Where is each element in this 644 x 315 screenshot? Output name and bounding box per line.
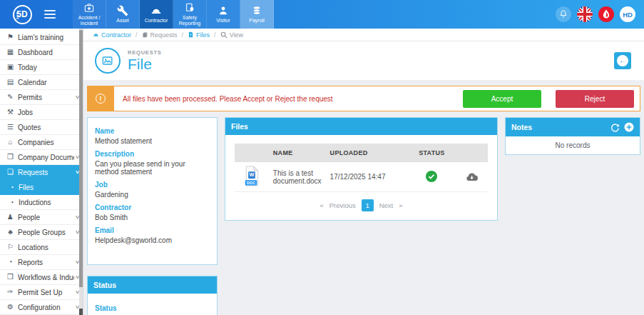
notes-empty-text: No records	[506, 136, 640, 154]
status-panel-header: Status	[88, 276, 217, 294]
tab-asset[interactable]: Asset	[106, 0, 140, 29]
person-icon	[218, 5, 229, 16]
sidebar-item-permit-set-up[interactable]: ✑ Permit Set Up ∨	[0, 285, 83, 300]
field-label: Description	[95, 150, 210, 158]
field-label: Job	[95, 181, 210, 189]
top-navigation-bar: SGW 5D Accident / Incident Asset Contrac	[0, 0, 644, 29]
file-name[interactable]: This is a test document.docx	[269, 162, 326, 192]
sidebar-item-company-documents[interactable]: ❐ Company Documents ∨	[0, 150, 83, 165]
configuration-icon: ⚙	[6, 304, 15, 311]
refresh-icon[interactable]	[610, 123, 620, 132]
hard-hat-icon	[150, 5, 162, 16]
add-note-icon[interactable]	[624, 122, 634, 132]
sidebar-item-inductions[interactable]: • Inductions	[0, 195, 83, 210]
alert-banner: ! All files have been processed. Please …	[87, 86, 640, 111]
sidebar-item-label: Files	[19, 184, 79, 191]
tab-label: Payroll	[249, 18, 264, 24]
permit-setup-icon: ✑	[6, 289, 15, 296]
alert-message: All files have been processed. Please Ac…	[114, 95, 463, 103]
sidebar-item-label: Company Documents	[18, 154, 74, 161]
tab-safety-reporting[interactable]: Safety Reporting	[173, 0, 207, 29]
field-value: Method statement	[95, 137, 210, 145]
pagination-next-arrow[interactable]: »	[399, 201, 402, 209]
sidebar-item-people[interactable]: ♟ People ∨	[0, 210, 83, 225]
files-panel: Files NAME UPLOADED STATUS	[225, 117, 498, 221]
download-cloud-icon[interactable]	[465, 171, 479, 181]
wrench-icon	[117, 5, 128, 16]
breadcrumb-view[interactable]: View	[220, 31, 243, 39]
breadcrumb-separator: /	[136, 31, 138, 39]
tab-payroll[interactable]: Payroll	[240, 0, 274, 29]
sidebar-item-companies[interactable]: ⌂ Companies	[0, 135, 83, 150]
sidebar-item-requests[interactable]: ❏ Requests ∨	[0, 165, 83, 180]
sidebar-item-locations[interactable]: ⚐ Locations	[0, 240, 83, 255]
files-panel-header: Files	[225, 118, 497, 135]
breadcrumb-files[interactable]: Files	[188, 31, 210, 39]
file-icon	[188, 31, 194, 38]
quotes-icon: ☰	[6, 124, 15, 131]
tab-visitor[interactable]: Visitor	[207, 0, 240, 29]
field-label: Email	[95, 226, 210, 234]
sidebar-item-jobs[interactable]: ⚒ Jobs	[0, 105, 83, 120]
scrollbar-down-button[interactable]	[79, 309, 83, 315]
tab-accident-incident[interactable]: Accident / Incident	[73, 0, 106, 29]
people-icon: ♟	[6, 214, 15, 221]
companies-icon: ⌂	[6, 139, 15, 146]
language-button[interactable]	[577, 6, 593, 22]
image-icon	[101, 54, 115, 68]
sidebar-item-workflows-inductions[interactable]: ❒ Workflows & Inductions ∨	[0, 270, 83, 285]
coins-icon	[251, 5, 262, 16]
sidebar-item-calendar[interactable]: ▤ Calendar	[0, 75, 83, 90]
breadcrumb-contractor[interactable]: Contractor	[93, 31, 131, 39]
sidebar-item-label: Liam's training	[18, 34, 79, 41]
sidebar-item-label: People	[18, 214, 74, 221]
svg-text:W: W	[249, 171, 254, 178]
locations-icon: ⚐	[6, 244, 15, 251]
files-table: NAME UPLOADED STATUS	[235, 144, 488, 192]
notifications-button[interactable]	[556, 6, 571, 22]
scrollbar-thumb[interactable]	[79, 30, 83, 287]
breadcrumb: Contractor / Requests / Files / View	[83, 29, 644, 41]
field-value: Can you please send in your method state…	[95, 160, 210, 176]
notes-panel: Notes No records	[505, 117, 640, 155]
sidebar-item-today[interactable]: ▣ Today	[0, 60, 83, 75]
first-aid-icon	[83, 2, 95, 14]
tab-label: Contractor	[145, 18, 168, 24]
status-label: Status	[95, 304, 210, 312]
pagination-next[interactable]: Next	[379, 201, 394, 209]
brand-logo[interactable]: SGW 5D	[0, 0, 44, 29]
pagination-current-page[interactable]: 1	[362, 199, 374, 211]
word-document-icon: W DOC	[243, 166, 260, 186]
user-avatar[interactable]: HD	[620, 6, 635, 22]
alerts-button[interactable]	[598, 6, 614, 22]
sidebar-item-liams-training[interactable]: ⚑ Liam's training	[0, 30, 83, 45]
sidebar-item-dashboard[interactable]: ▦ Dashboard	[0, 45, 83, 60]
bullet-icon: •	[9, 199, 16, 205]
sidebar-item-quotes[interactable]: ☰ Quotes	[0, 120, 83, 135]
sidebar-item-files[interactable]: • Files	[0, 180, 83, 195]
search-icon	[220, 31, 228, 39]
breadcrumb-requests[interactable]: Requests	[142, 31, 178, 39]
tab-label: Accident / Incident	[73, 15, 106, 27]
menu-toggle-icon[interactable]	[44, 0, 56, 29]
permits-icon: ✎	[6, 94, 15, 101]
brand-logo-sub: SGW	[16, 11, 19, 19]
back-button[interactable]: ←	[614, 52, 631, 69]
sidebar-item-configuration[interactable]: ⚙ Configuration ∨	[0, 300, 83, 315]
module-tabs: Accident / Incident Asset Contractor Saf…	[73, 0, 274, 29]
sidebar-scrollbar[interactable]	[79, 29, 83, 315]
status-panel: Status Status Pending	[87, 276, 218, 315]
tab-contractor[interactable]: Contractor	[140, 0, 173, 29]
sidebar-item-people-groups[interactable]: ♣ People Groups ∨	[0, 225, 83, 240]
sidebar-item-permits[interactable]: ✎ Permits ∨	[0, 90, 83, 105]
today-icon: ▣	[6, 64, 15, 71]
reject-button[interactable]: Reject	[556, 90, 634, 108]
sidebar-item-reports[interactable]: ◔ Reports ∨	[0, 255, 83, 270]
pagination-previous[interactable]: Previous	[329, 201, 356, 209]
pagination-prev-arrow[interactable]: «	[320, 201, 323, 209]
page-header-icon	[95, 48, 121, 74]
accept-button[interactable]: Accept	[463, 90, 541, 108]
report-shield-icon	[184, 2, 195, 14]
uk-flag-icon	[577, 6, 593, 22]
training-icon: ⚑	[6, 34, 15, 41]
